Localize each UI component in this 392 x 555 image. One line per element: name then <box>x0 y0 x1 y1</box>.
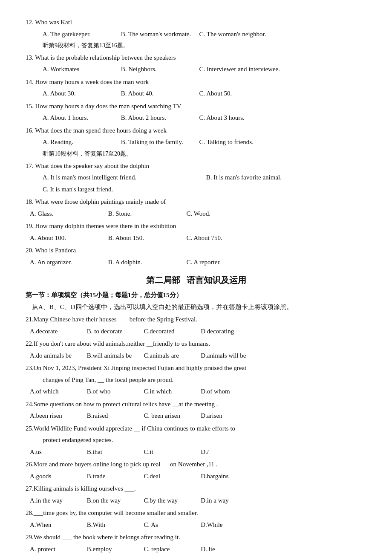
q16-option-b: B. Talking to the family. <box>121 137 198 148</box>
question-19: 19. How many dolphin themes were there i… <box>26 221 366 243</box>
q22-option-d: D.animals will be <box>201 350 256 361</box>
q19-option-a: A. About 100. <box>30 233 107 244</box>
q21-option-a: A.decorate <box>30 326 85 337</box>
q16-option-a: A. Reading. <box>43 137 119 148</box>
q17-options-line1: A. It is man's most intelligent friend. … <box>43 172 366 183</box>
q15-option-a: A. About 1 hours. <box>43 113 119 124</box>
q12-option-c: C. The woman's neighbor. <box>199 29 276 40</box>
q29-option-a: A. protect <box>30 544 85 555</box>
q22-text: 22.If you don't care about wild animals,… <box>26 338 366 350</box>
q28-options: A.When B.With C. As D.While <box>30 520 366 531</box>
question-13: 13. What is the probable relationship be… <box>26 52 366 75</box>
question-22: 22.If you don't care about wild animals,… <box>26 338 366 361</box>
question-23: 23.On Nov 1, 2023, President Xi Jinping … <box>26 363 366 397</box>
q26-options: A.goods B.trade C.deal D.bargains <box>30 471 366 482</box>
q13-option-c: C. Interviewer and interviewee. <box>199 64 280 75</box>
q20-option-a: A. An organizer. <box>30 257 107 268</box>
q18-text: 18. What were those dolphin paintings ma… <box>26 197 366 208</box>
q23-option-d: D.of whom <box>201 386 256 397</box>
q20-option-b: B. A dolphin. <box>108 257 185 268</box>
q29-option-c: C. replace <box>144 544 199 555</box>
q24-option-b: B.raised <box>87 410 142 422</box>
q20-text: 20. Who is Pandora <box>26 245 366 256</box>
section2-instruction: 从A、B、C、D四个选项中，选出可以填入空白处的最正确选项，并在答题卡上将该项涂… <box>26 302 366 313</box>
question-25: 25.World Wildlife Fund would appreciate … <box>26 423 366 458</box>
q27-text: 27.Killing animals is killing ourselves … <box>26 483 366 494</box>
q17-option-c: C. It is man's largest friend. <box>43 186 113 193</box>
q23-option-a: A.of which <box>30 386 85 397</box>
q18-options: A. Glass. B. Stone. C. Wood. <box>30 208 366 220</box>
q27-option-d: D.in a way <box>201 495 256 506</box>
q19-text: 19. How many dolphin themes were there i… <box>26 221 366 232</box>
q17-options-line2: C. It is man's largest friend. <box>43 184 366 195</box>
q24-option-c: C. been arisen <box>144 410 199 422</box>
q13-options: A. Workmates B. Neighbors. C. Interviewe… <box>43 64 366 75</box>
question-17: 17. What does the speaker say about the … <box>26 161 366 195</box>
q25-text: 25.World Wildlife Fund would appreciate … <box>26 423 366 434</box>
q14-option-c: C. About 50. <box>199 88 276 99</box>
q28-option-c: C. As <box>144 520 199 531</box>
q19-option-b: B. About 150. <box>108 233 185 244</box>
q25-option-c: C.it <box>144 447 199 458</box>
q19-options: A. About 100. B. About 150. C. About 750… <box>30 233 366 244</box>
q25-options: A.us B.that C.it D./ <box>30 447 366 458</box>
q21-text: 21.Many Chinese have their houses ___ be… <box>26 314 366 325</box>
q29-option-d: D. lie <box>201 544 256 555</box>
q16-text: 16. What does the man spend three hours … <box>26 125 366 136</box>
q23-text2: changes of Ping Tan, __ the local people… <box>43 375 366 386</box>
q22-option-b: B.will animals be <box>87 350 142 361</box>
q28-option-d: D.While <box>201 520 256 531</box>
q20-option-c: C. A reporter. <box>187 257 263 268</box>
q26-option-c: C.deal <box>144 471 199 482</box>
q25-option-a: A.us <box>30 447 85 458</box>
q23-text: 23.On Nov 1, 2023, President Xi Jinping … <box>26 363 366 374</box>
exam-content: 12. Who was Karl A. The gatekeeper. B. T… <box>26 17 366 555</box>
q13-option-a: A. Workmates <box>43 64 119 75</box>
q13-text: 13. What is the probable relationship be… <box>26 52 366 64</box>
question-14: 14. How many hours a week does the man w… <box>26 77 366 99</box>
question-29: 29.We should ___ the book where it belon… <box>26 532 366 555</box>
q17-text: 17. What does the speaker say about the … <box>26 161 366 172</box>
section2-subtitle: 第一节：单项填空（共15小题；每题1分，总分值15分） <box>26 290 366 301</box>
q26-option-a: A.goods <box>30 471 85 482</box>
q26-option-d: D.bargains <box>201 471 256 482</box>
q23-options: A.of which B.of who C.in which D.of whom <box>30 386 366 397</box>
q12-option-b: B. The woman's workmate. <box>121 29 198 40</box>
q28-option-b: B.With <box>87 520 142 531</box>
q12-text: 12. Who was Karl <box>26 17 366 28</box>
q24-options: A.been risen B.raised C. been arisen D.a… <box>30 410 366 422</box>
q14-option-b: B. About 40. <box>121 88 198 99</box>
q28-text: 28.___time goes by, the computer will be… <box>26 508 366 519</box>
q14-option-a: A. About 30. <box>43 88 119 99</box>
q22-options: A.do animals be B.will animals be C.anim… <box>30 350 366 361</box>
q18-option-b: B. Stone. <box>108 208 185 220</box>
q13-option-b: B. Neighbors. <box>121 64 198 75</box>
q26-option-b: B.trade <box>87 471 142 482</box>
q17-option-b: B. It is man's favorite animal. <box>206 174 282 181</box>
q21-option-d: D decorating <box>201 326 256 337</box>
q17-option-a: A. It is man's most intelligent friend. <box>43 172 205 183</box>
q29-option-b: B.employ <box>87 544 142 555</box>
q14-options: A. About 30. B. About 40. C. About 50. <box>43 88 366 99</box>
q18-option-a: A. Glass. <box>30 208 107 220</box>
question-16: 16. What does the man spend three hours … <box>26 125 366 159</box>
question-28: 28.___time goes by, the computer will be… <box>26 508 366 530</box>
q24-option-d: D.arisen <box>201 410 256 422</box>
question-27: 27.Killing animals is killing ourselves … <box>26 483 366 506</box>
section2-title: 第二局部 语言知识及运用 <box>26 273 366 287</box>
q24-text: 24.Some questions on how to protect cult… <box>26 399 366 410</box>
q26-text: 26.More and more buyers online long to p… <box>26 459 366 470</box>
question-24: 24.Some questions on how to protect cult… <box>26 399 366 422</box>
question-26: 26.More and more buyers online long to p… <box>26 459 366 482</box>
q15-options: A. About 1 hours. B. About 2 hours. C. A… <box>43 113 366 124</box>
q24-option-a: A.been risen <box>30 410 85 422</box>
q22-option-a: A.do animals be <box>30 350 85 361</box>
q15-option-c: C. About 3 hours. <box>199 113 276 124</box>
q27-option-a: A.in the way <box>30 495 85 506</box>
question-21: 21.Many Chinese have their houses ___ be… <box>26 314 366 337</box>
question-20: 20. Who is Pandora A. An organizer. B. A… <box>26 245 366 268</box>
question-12: 12. Who was Karl A. The gatekeeper. B. T… <box>26 17 366 51</box>
q12-option-a: A. The gatekeeper. <box>43 29 119 40</box>
q15-text: 15. How many hours a day does the man sp… <box>26 101 366 112</box>
q20-options: A. An organizer. B. A dolphin. C. A repo… <box>30 257 366 268</box>
